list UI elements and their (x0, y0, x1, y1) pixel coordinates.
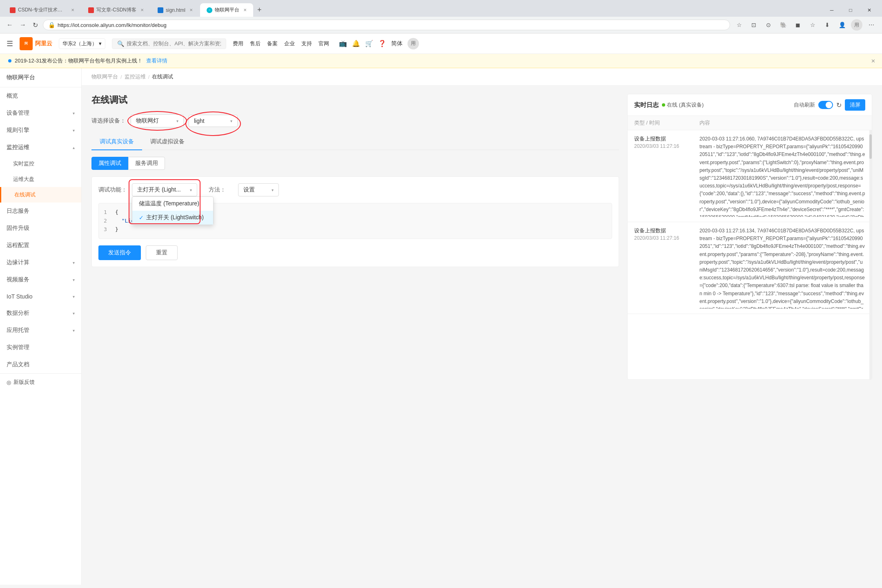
aliyun-logo: 阿 阿里云 (20, 37, 52, 50)
extension4-icon[interactable]: ◼ (792, 19, 804, 31)
announcement-close-icon[interactable]: ✕ (871, 58, 875, 64)
breadcrumb-monitor[interactable]: 监控运维 (125, 73, 146, 80)
user-avatar[interactable]: 用 (851, 19, 862, 31)
content-area: 物联网平台 / 监控运维 / 在线调试 在线调试 请选择设备： 物联网灯 ▾ (82, 68, 882, 585)
sidebar-sub-realtime-monitor[interactable]: 实时监控 (0, 156, 81, 172)
top-nav-icons: 📺 🔔 🛒 ❓ 简体 用 (339, 38, 419, 49)
tab-close-iot[interactable]: ✕ (243, 8, 247, 12)
sidebar-overview-label: 概览 (7, 92, 18, 100)
sidebar-sub-ops-dashboard[interactable]: 运维大盘 (0, 172, 81, 187)
help-icon[interactable]: ❓ (378, 40, 386, 47)
refresh-button[interactable]: ↻ (836, 101, 842, 109)
tab-sign[interactable]: sign.html ✕ (151, 4, 199, 16)
name-select[interactable]: light ▾ (189, 115, 238, 127)
top-nav-items: 费用 售后 备案 企业 支持 官网 (233, 40, 329, 47)
bookmark-icon[interactable]: ☆ (807, 19, 818, 31)
forward-button[interactable]: → (18, 20, 28, 30)
log-entry-2: 设备上报数据 2020/03/03 11:27:16 2020-03-03 11… (628, 222, 872, 314)
new-tab-button[interactable]: + (254, 4, 265, 16)
sidebar-feedback[interactable]: ◎ 新版反馈 (0, 373, 81, 391)
tab-write[interactable]: 写文章-CSDN博客 ✕ (82, 3, 150, 17)
profile-icon[interactable]: 👤 (836, 19, 848, 31)
address-bar: ← → ↻ 🔒 https://iot.console.aliyun.com/l… (0, 17, 882, 33)
segment-service[interactable]: 服务调用 (128, 157, 165, 170)
clear-button[interactable]: 清屏 (845, 99, 865, 111)
sidebar-firmware-label: 固件升级 (7, 225, 29, 232)
nav-fee[interactable]: 费用 (233, 40, 243, 47)
lang-switch[interactable]: 简体 (391, 40, 403, 47)
tab-iot[interactable]: ~ 物联网平台 ✕ (200, 3, 253, 17)
star-icon[interactable]: ☆ (733, 19, 745, 31)
close-button[interactable]: ✕ (860, 4, 879, 17)
hamburger-icon[interactable]: ☰ (7, 39, 13, 48)
sidebar-item-data-analysis[interactable]: 数据分析 ▾ (0, 305, 81, 322)
sidebar-instance-label: 实例管理 (7, 344, 29, 351)
right-panel: 实时日志 在线 (真实设备) 自动刷新 ↻ 清屏 类型 / 时间 内容 (627, 94, 872, 380)
log-col-type-header: 类型 / 时间 (634, 119, 699, 127)
sidebar-item-overview[interactable]: 概览 (0, 87, 81, 105)
sidebar-item-instance-mgmt[interactable]: 实例管理 (0, 339, 81, 356)
nav-help[interactable]: 支持 (301, 40, 312, 47)
extension1-icon[interactable]: ⊡ (748, 19, 760, 31)
menu-icon[interactable]: ⋯ (866, 19, 877, 31)
json-line-3: 3 } (104, 225, 607, 234)
region-label: 华东2（上海） (62, 40, 97, 47)
tab-csdn[interactable]: CSDN-专业IT技术社区 ✕ (3, 3, 81, 17)
sidebar-monitor-chevron: ▴ (73, 145, 75, 150)
reset-button[interactable]: 重置 (146, 245, 178, 260)
user-avatar-top[interactable]: 用 (408, 38, 419, 49)
sidebar-item-iot-studio[interactable]: IoT Studio ▾ (0, 288, 81, 305)
method-select[interactable]: 设置 ▾ (238, 183, 279, 196)
sidebar-item-app-hosting[interactable]: 应用托管 ▾ (0, 322, 81, 339)
announcement-link[interactable]: 查看详情 (146, 57, 167, 65)
sidebar-item-monitor[interactable]: 监控运维 ▴ (0, 139, 81, 156)
left-panel: 在线调试 请选择设备： 物联网灯 ▾ (91, 94, 619, 380)
sidebar-item-remote-config[interactable]: 远程配置 (0, 237, 81, 254)
feedback-label: 新版反馈 (13, 379, 35, 386)
region-select[interactable]: 华东2（上海） ▾ (59, 38, 105, 49)
func-option-temperature[interactable]: 储温温度 (Temperature) (132, 197, 213, 211)
sidebar-item-edge-compute[interactable]: 边缘计算 ▾ (0, 254, 81, 271)
back-button[interactable]: ← (5, 20, 15, 30)
sidebar-item-firmware[interactable]: 固件升级 (0, 220, 81, 237)
maximize-button[interactable]: □ (841, 4, 860, 17)
cart-icon[interactable]: 🛒 (365, 40, 373, 47)
sidebar-item-rule-engine[interactable]: 规则引擎 ▾ (0, 122, 81, 139)
sidebar-platform-header[interactable]: 物联网平台 (0, 68, 81, 87)
reload-button[interactable]: ↻ (31, 20, 40, 31)
device-select[interactable]: 物联网灯 ▾ (131, 114, 184, 127)
send-command-button[interactable]: 发送指令 (98, 245, 141, 260)
search-input[interactable] (127, 40, 221, 47)
tab-close-write[interactable]: ✕ (140, 8, 144, 12)
nav-enterprise[interactable]: 企业 (284, 40, 295, 47)
func-select[interactable]: 主灯开关 (Light... ▾ (132, 183, 197, 196)
segment-property[interactable]: 属性调试 (91, 157, 128, 170)
sidebar-item-product-docs[interactable]: 产品文档 (0, 356, 81, 373)
nav-icp[interactable]: 备案 (267, 40, 278, 47)
sidebar-sub-online-debug[interactable]: 在线调试 (0, 187, 81, 203)
nav-support[interactable]: 售后 (250, 40, 261, 47)
announcement-dot (8, 59, 11, 62)
minimize-button[interactable]: ─ (822, 4, 841, 17)
sidebar-item-video[interactable]: 视频服务 ▾ (0, 271, 81, 288)
breadcrumb-iot[interactable]: 物联网平台 (91, 73, 118, 80)
auto-refresh-toggle[interactable] (818, 101, 833, 109)
download-icon[interactable]: ⬇ (822, 19, 833, 31)
tab-close-sign[interactable]: ✕ (189, 8, 193, 12)
top-search[interactable]: 🔍 (112, 38, 226, 49)
tab-close-csdn[interactable]: ✕ (71, 8, 74, 12)
func-option-lightswitch[interactable]: ✓ 主灯开关 (LightSwitch) (132, 211, 213, 225)
tab-real-device[interactable]: 调试真实设备 (91, 134, 142, 150)
url-box[interactable]: 🔒 https://iot.console.aliyun.com/lk/moni… (43, 20, 730, 30)
nav-official[interactable]: 官网 (318, 40, 329, 47)
tab-virtual-device[interactable]: 调试虚拟设备 (142, 134, 193, 150)
extension2-icon[interactable]: ⊙ (763, 19, 774, 31)
sidebar-item-device-mgmt[interactable]: 设备管理 ▾ (0, 105, 81, 122)
breadcrumb-sep2: / (148, 74, 150, 80)
json-content-1: { (115, 208, 118, 217)
sidebar-item-log-service[interactable]: 日志服务 (0, 203, 81, 220)
console-icon[interactable]: 📺 (339, 40, 347, 47)
log-header: 实时日志 在线 (真实设备) 自动刷新 ↻ 清屏 (628, 94, 872, 116)
extension3-icon[interactable]: 🐘 (777, 19, 789, 31)
bell-icon[interactable]: 🔔 (352, 40, 360, 47)
